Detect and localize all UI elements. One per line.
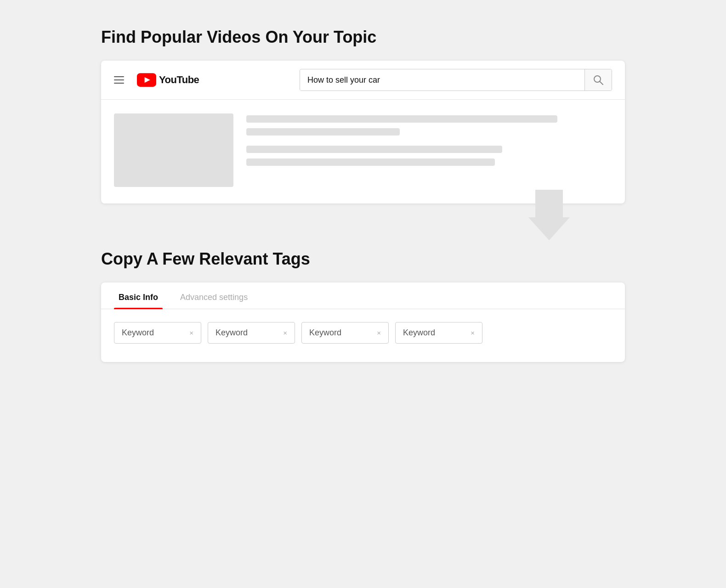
keyword-close-1[interactable]: × bbox=[189, 329, 193, 337]
tabs-bar: Basic Info Advanced settings bbox=[101, 283, 625, 309]
arrow-container bbox=[101, 190, 625, 240]
svg-marker-4 bbox=[528, 190, 570, 240]
keyword-label-4: Keyword bbox=[403, 328, 435, 338]
text-skeletons bbox=[246, 113, 612, 187]
tab-basic-info[interactable]: Basic Info bbox=[114, 283, 163, 309]
youtube-logo-text: YouTube bbox=[159, 74, 199, 86]
keywords-area: Keyword × Keyword × Keyword × Keyword × bbox=[101, 309, 625, 348]
search-input[interactable] bbox=[300, 70, 584, 90]
yt-skeleton-content bbox=[101, 100, 625, 204]
search-button[interactable] bbox=[584, 69, 612, 90]
keyword-label-3: Keyword bbox=[309, 328, 341, 338]
youtube-logo: YouTube bbox=[137, 73, 199, 87]
skeleton-line-4 bbox=[246, 158, 495, 166]
thumbnail-skeleton bbox=[114, 113, 233, 187]
youtube-play-icon bbox=[137, 73, 156, 87]
keyword-tag-4: Keyword × bbox=[395, 322, 482, 344]
keyword-label-2: Keyword bbox=[216, 328, 248, 338]
youtube-card: YouTube bbox=[101, 61, 625, 204]
down-arrow-icon bbox=[528, 190, 570, 240]
page-title: Find Popular Videos On Your Topic bbox=[101, 28, 625, 47]
keyword-close-3[interactable]: × bbox=[377, 329, 381, 337]
yt-search-bar bbox=[300, 69, 612, 91]
keyword-tag-3: Keyword × bbox=[301, 322, 389, 344]
hamburger-icon[interactable] bbox=[114, 76, 124, 84]
skeleton-line-1 bbox=[246, 115, 557, 123]
tags-card: Basic Info Advanced settings Keyword × K… bbox=[101, 283, 625, 362]
svg-line-3 bbox=[600, 82, 603, 85]
yt-header: YouTube bbox=[101, 61, 625, 100]
section2-title: Copy A Few Relevant Tags bbox=[101, 249, 625, 269]
search-icon bbox=[593, 75, 603, 85]
keyword-close-2[interactable]: × bbox=[283, 329, 287, 337]
keyword-label-1: Keyword bbox=[122, 328, 154, 338]
skeleton-line-3 bbox=[246, 146, 502, 153]
keyword-tag-1: Keyword × bbox=[114, 322, 201, 344]
tab-advanced-settings[interactable]: Advanced settings bbox=[176, 283, 252, 309]
keyword-tag-2: Keyword × bbox=[208, 322, 295, 344]
keyword-close-4[interactable]: × bbox=[471, 329, 475, 337]
skeleton-line-2 bbox=[246, 128, 400, 136]
